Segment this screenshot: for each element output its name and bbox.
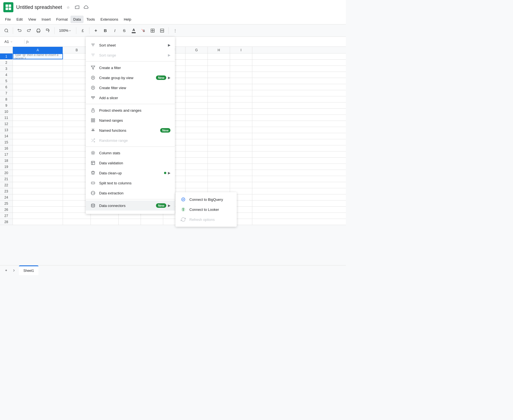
create-filter-item[interactable]: Create a filter — [86, 63, 175, 73]
folder-icon[interactable] — [74, 4, 80, 11]
col-header-h[interactable]: H — [208, 47, 230, 53]
column-stats-item[interactable]: Column stats — [86, 148, 175, 158]
cell-h10[interactable] — [208, 109, 230, 114]
format-plus[interactable]: + — [92, 26, 100, 35]
cell-i14[interactable] — [230, 133, 252, 139]
cell-i1[interactable] — [230, 53, 252, 59]
row-number-24[interactable]: 24 — [0, 194, 13, 200]
cell-i17[interactable] — [230, 152, 252, 157]
cell-g7[interactable] — [185, 90, 208, 96]
row-number-13[interactable]: 13 — [0, 127, 13, 133]
row-number-26[interactable]: 26 — [0, 207, 13, 213]
cell-i22[interactable] — [230, 182, 252, 188]
cell-h2[interactable] — [208, 60, 230, 65]
paint-format-button[interactable] — [44, 26, 52, 35]
protect-item[interactable]: Protect sheets and ranges — [86, 105, 175, 115]
cell-a22[interactable] — [13, 182, 63, 188]
cell-i8[interactable] — [230, 96, 252, 102]
cell-h18[interactable] — [208, 158, 230, 163]
cell-g5[interactable] — [185, 78, 208, 84]
cell-b28[interactable] — [63, 219, 91, 225]
menu-edit[interactable]: Edit — [14, 16, 25, 23]
cell-g16[interactable] — [185, 145, 208, 151]
row-number-19[interactable]: 19 — [0, 164, 13, 170]
cell-i21[interactable] — [230, 176, 252, 182]
cell-h17[interactable] — [208, 152, 230, 157]
menu-data[interactable]: Data — [70, 16, 84, 23]
cell-a5[interactable] — [13, 78, 63, 84]
cloud-icon[interactable] — [83, 4, 89, 11]
cell-a11[interactable] — [13, 115, 63, 121]
strikethrough-button[interactable]: S — [120, 26, 128, 35]
cell-a23[interactable] — [13, 188, 63, 194]
row-number-25[interactable]: 25 — [0, 201, 13, 206]
cell-g6[interactable] — [185, 84, 208, 90]
cell-i2[interactable] — [230, 60, 252, 65]
cell-g9[interactable] — [185, 102, 208, 108]
cell-a28[interactable] — [13, 219, 63, 225]
cell-g11[interactable] — [185, 115, 208, 121]
cell-i10[interactable] — [230, 109, 252, 114]
cell-i15[interactable] — [230, 139, 252, 145]
merge-cells-button[interactable] — [158, 26, 166, 35]
cell-i3[interactable] — [230, 66, 252, 72]
col-header-a[interactable]: A — [13, 47, 63, 53]
cell-h12[interactable] — [208, 121, 230, 127]
cell-a7[interactable] — [13, 90, 63, 96]
cell-i18[interactable] — [230, 158, 252, 163]
cell-g15[interactable] — [185, 139, 208, 145]
search-button[interactable] — [2, 26, 11, 35]
cell-a25[interactable] — [13, 201, 63, 206]
cell-i6[interactable] — [230, 84, 252, 90]
cell-i11[interactable] — [230, 115, 252, 121]
row-number-14[interactable]: 14 — [0, 133, 13, 139]
named-functions-item[interactable]: Named functions New — [86, 125, 175, 135]
row-number-18[interactable]: 18 — [0, 158, 13, 163]
sort-sheet-item[interactable]: Sort sheet ▶ — [86, 40, 175, 50]
named-ranges-item[interactable]: Named ranges — [86, 115, 175, 125]
redo-button[interactable] — [25, 26, 33, 35]
cell-h19[interactable] — [208, 164, 230, 170]
cell-g22[interactable] — [185, 182, 208, 188]
cell-a14[interactable] — [13, 133, 63, 139]
sheet-menu-button[interactable] — [10, 267, 18, 274]
cell-h3[interactable] — [208, 66, 230, 72]
refresh-options-item[interactable]: Refresh options — [175, 214, 237, 224]
row-number-21[interactable]: 21 — [0, 176, 13, 182]
cell-a15[interactable] — [13, 139, 63, 145]
cell-a27[interactable] — [13, 213, 63, 219]
data-cleanup-item[interactable]: Data clean-up ▶ — [86, 168, 175, 178]
row-number-10[interactable]: 10 — [0, 109, 13, 114]
cell-h7[interactable] — [208, 90, 230, 96]
cell-a8[interactable] — [13, 96, 63, 102]
cell-i9[interactable] — [230, 102, 252, 108]
row-number-20[interactable]: 20 — [0, 170, 13, 176]
formula-input[interactable] — [30, 40, 344, 44]
cell-g8[interactable] — [185, 96, 208, 102]
cell-h14[interactable] — [208, 133, 230, 139]
cell-g12[interactable] — [185, 121, 208, 127]
row-number-2[interactable]: 2 — [0, 60, 13, 65]
currency-button[interactable]: £ — [79, 26, 87, 35]
cell-a16[interactable] — [13, 145, 63, 151]
menu-view[interactable]: View — [25, 16, 39, 23]
create-group-item[interactable]: Create group by view New ▶ — [86, 73, 175, 83]
bold-button[interactable]: B — [101, 26, 109, 35]
data-connectors-item[interactable]: Data connectors New ▶ — [86, 201, 175, 211]
undo-button[interactable] — [15, 26, 24, 35]
cell-h6[interactable] — [208, 84, 230, 90]
row-number-16[interactable]: 16 — [0, 145, 13, 151]
row-number-5[interactable]: 5 — [0, 78, 13, 84]
col-header-i[interactable]: I — [230, 47, 252, 53]
cell-i5[interactable] — [230, 78, 252, 84]
row-number-12[interactable]: 12 — [0, 121, 13, 127]
cell-h8[interactable] — [208, 96, 230, 102]
cell-a10[interactable] — [13, 109, 63, 114]
cell-h11[interactable] — [208, 115, 230, 121]
zoom-selector[interactable]: 100% — [57, 28, 74, 33]
cell-g18[interactable] — [185, 158, 208, 163]
row-number-6[interactable]: 6 — [0, 84, 13, 90]
cell-a2[interactable] — [13, 60, 63, 65]
cell-h9[interactable] — [208, 102, 230, 108]
cell-a24[interactable] — [13, 194, 63, 200]
